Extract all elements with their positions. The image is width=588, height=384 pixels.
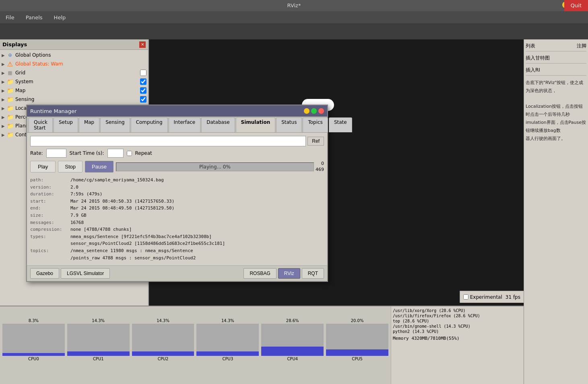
process-firefox[interactable]: /usr/lib/firefox/Firefox (28.6 %CPU)	[393, 313, 522, 318]
tab-bar: Quick Start Setup Map Sensing Computing …	[27, 117, 327, 133]
experimental-checkbox[interactable]	[463, 294, 468, 300]
ref-button[interactable]: Ref	[307, 137, 324, 146]
cpu3-column: 14.3% CPU3	[196, 318, 259, 361]
fps-value: 31 fps	[505, 294, 520, 300]
grid-checkbox[interactable]	[140, 70, 146, 76]
tab-simulation[interactable]: Simulation	[236, 117, 276, 132]
end-val: Mar 24 2015 08:48:49.50 (1427158129.50)	[70, 205, 174, 212]
folder-icon-planning: 📁	[6, 122, 14, 129]
menu-panels[interactable]: Panels	[23, 14, 45, 21]
tab-interface[interactable]: Interface	[169, 117, 201, 132]
tab-quick-start[interactable]: Quick Start	[29, 117, 53, 132]
lgsvl-button[interactable]: LGSVL Simulator	[61, 268, 110, 279]
rviz-button[interactable]: RViz	[278, 268, 300, 279]
displays-panel-close[interactable]: ✕	[139, 41, 146, 48]
topics-key: topics:	[30, 247, 70, 255]
path-val: /home/cg/sample_moriyama_150324.bag	[70, 177, 164, 184]
process-xorg[interactable]: /usr/lib/xorg/Xorg (28.6 %CPU)	[393, 308, 522, 313]
tree-label-grid: Grid	[15, 70, 140, 76]
tab-status[interactable]: Status	[276, 117, 302, 132]
tree-arrow-system: ▶	[2, 80, 6, 84]
bag-file-input[interactable]: /home/cg/sample_moriyama_150324.bag	[30, 136, 306, 146]
folder-icon-map: 📁	[6, 87, 14, 94]
tab-topics[interactable]: Topics	[303, 117, 328, 132]
cpu4-bar-wrap	[261, 324, 324, 356]
cpu3-bar-wrap	[196, 324, 259, 356]
rate-label: Rate:	[30, 150, 43, 156]
rosbag-button[interactable]: ROSBAG	[243, 268, 276, 279]
chinese-gantt-label[interactable]: 插入甘特图	[526, 53, 586, 64]
size-key: size:	[30, 212, 70, 219]
cpu1-pct: 14.3%	[92, 318, 105, 323]
tab-database[interactable]: Database	[201, 117, 235, 132]
quit-button[interactable]: Quit	[564, 0, 588, 11]
cpu4-pct: 28.6%	[286, 318, 299, 323]
rate-input[interactable]	[46, 149, 66, 158]
start-time-input[interactable]: 10	[107, 149, 124, 158]
cpu4-column: 28.6% CPU4	[261, 318, 324, 361]
tab-setup[interactable]: Setup	[54, 117, 78, 132]
process-top[interactable]: top (28.6 %CPU)	[393, 318, 522, 324]
cpu4-bar-fill	[261, 347, 324, 356]
folder-icon-perception: 📁	[6, 113, 14, 121]
dialog-minimize[interactable]	[304, 108, 309, 114]
cpu2-bar-wrap	[132, 324, 194, 356]
cpu2-pct: 14.3%	[157, 318, 169, 323]
cpu0-bar-wrap	[2, 324, 65, 356]
grid-icon: ▦	[6, 69, 14, 76]
tree-arrow-map: ▶	[2, 88, 6, 93]
cpu3-label: CPU3	[223, 357, 233, 361]
sensing-checkbox[interactable]	[140, 96, 146, 103]
progress-numbers: 0 469	[316, 161, 324, 172]
tree-arrow-sensing: ▶	[2, 97, 6, 102]
process-python2[interactable]: python2 (14.3 %CPU)	[393, 329, 522, 334]
cpu0-bar-fill	[2, 353, 65, 356]
tree-arrow-planning: ▶	[2, 124, 6, 128]
progress-area: Playing... 0% 0 469	[116, 161, 324, 172]
tab-map[interactable]: Map	[79, 117, 99, 132]
progress-max: 0	[316, 161, 324, 166]
tree-item-global-status[interactable]: ▶ ⚠ Global Status: Warn	[0, 60, 148, 68]
start-key: start:	[30, 198, 70, 205]
tree-item-grid[interactable]: ▶ ▦ Grid	[0, 68, 148, 77]
tab-state[interactable]: State	[329, 117, 352, 132]
cpu5-column: 20.0% CPU5	[326, 318, 388, 361]
chinese-annotate-label[interactable]: 注脚	[577, 43, 586, 49]
folder-icon-localization: 📁	[6, 105, 14, 112]
tree-item-map[interactable]: ▶ 📁 Map	[0, 86, 148, 95]
tree-arrow-control: ▶	[2, 133, 6, 137]
size-val: 7.9 GB	[70, 212, 87, 219]
end-key: end:	[30, 205, 70, 212]
pause-button[interactable]: Pause	[85, 161, 113, 172]
tree-item-system[interactable]: ▶ 📁 System	[0, 77, 148, 86]
tree-item-sensing[interactable]: ▶ 📁 Sensing	[0, 95, 148, 104]
rqt-button[interactable]: RQT	[302, 268, 324, 279]
menu-help[interactable]: Help	[52, 14, 68, 21]
play-button[interactable]: Play	[30, 161, 56, 172]
topics-val: /nmea_sentence 11980 msgs : nmea_msgs/Se…	[70, 247, 193, 255]
repeat-checkbox[interactable]	[127, 151, 132, 156]
tab-computing[interactable]: Computing	[131, 117, 168, 132]
menu-file[interactable]: File	[3, 14, 17, 21]
messages-val: 16768	[70, 219, 84, 226]
system-checkbox[interactable]	[140, 78, 146, 85]
chinese-ri-label[interactable]: 插入RI	[526, 65, 586, 76]
tree-label-map: Map	[15, 88, 140, 93]
version-val: 2.0	[70, 184, 78, 191]
sim-buttons-row: Gazebo LGSVL Simulator ROSBAG RViz RQT	[27, 265, 327, 281]
types-val-2: sensor_msgs/PointCloud2 [1158d486dd51d68…	[70, 240, 225, 247]
tree-item-global-options[interactable]: ▶ ⊕ Global Options	[0, 51, 148, 60]
tab-sensing[interactable]: Sensing	[100, 117, 130, 132]
gazebo-button[interactable]: Gazebo	[30, 268, 59, 279]
process-gnome-shell[interactable]: /usr/bin/gnome-shell (14.3 %CPU)	[393, 324, 522, 329]
chinese-list-label[interactable]: 列表	[526, 43, 535, 49]
dialog-close[interactable]	[318, 108, 324, 114]
stop-button[interactable]: Stop	[58, 161, 83, 172]
cpu1-label: CPU1	[93, 357, 104, 361]
types-key-2	[30, 240, 70, 247]
progress-track[interactable]: Playing... 0%	[116, 162, 314, 171]
dialog-maximize[interactable]	[311, 108, 317, 114]
map-checkbox[interactable]	[140, 87, 146, 94]
cpu3-bar-fill	[196, 351, 259, 356]
tree-arrow-localization: ▶	[2, 106, 6, 111]
